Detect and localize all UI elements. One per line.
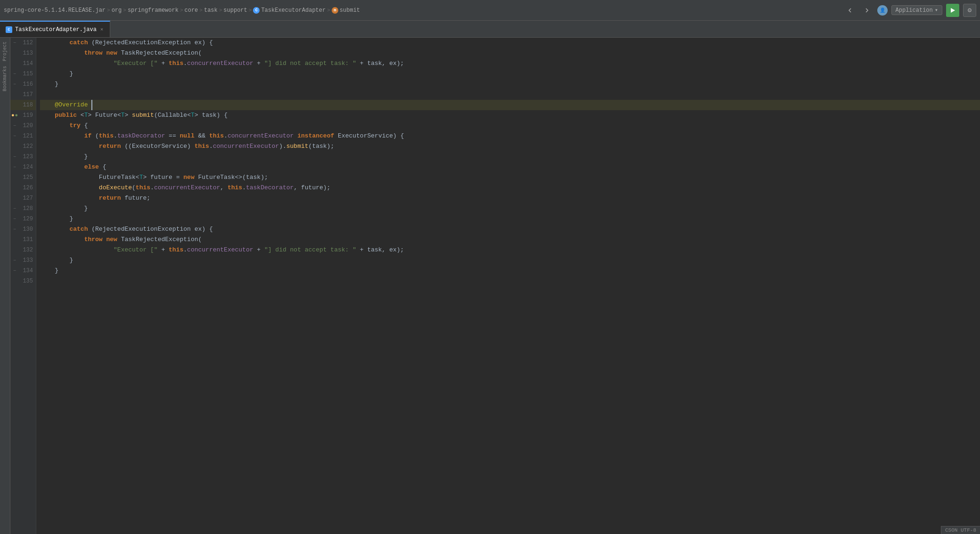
- fold-icon-129: −: [11, 216, 18, 222]
- line-numbers: − 112 113 114 − 115 − 116 117: [10, 38, 36, 534]
- breadcrumb-sep3: >: [180, 8, 183, 13]
- line-num-127: 127: [10, 193, 36, 203]
- line-num-124: − 124: [10, 162, 36, 172]
- breadcrumb-sep2: >: [123, 8, 126, 13]
- line-num-132: 132: [10, 245, 36, 255]
- forward-button[interactable]: [860, 4, 874, 17]
- settings-button[interactable]: ⚙: [963, 4, 976, 17]
- main-area: Project Bookmarks − 112 113 114 − 115: [0, 38, 980, 534]
- fold-icon-120: −: [11, 122, 18, 129]
- breadcrumb-jar[interactable]: spring-core-5.1.14.RELEASE.jar: [4, 7, 106, 14]
- bookmark-icon-119: ● ●: [11, 112, 18, 119]
- code-line-115: }: [40, 69, 980, 79]
- code-line-132: "Executor [" + this.concurrentExecutor +…: [40, 245, 980, 255]
- code-line-125: FutureTask<T> future = new FutureTask<>(…: [40, 172, 980, 183]
- code-line-120: try {: [40, 121, 980, 131]
- line-num-117: 117: [10, 89, 36, 100]
- code-line-122: return ((ExecutorService) this.concurren…: [40, 141, 980, 152]
- code-line-121: if (this.taskDecorator == null && this.c…: [40, 131, 980, 141]
- tab-file-icon: C: [6, 26, 12, 33]
- breadcrumb-pkg6[interactable]: support: [223, 7, 247, 14]
- left-sidebar: Project Bookmarks: [0, 38, 10, 534]
- fold-icon-116: −: [11, 81, 18, 88]
- code-line-112: catch (RejectedExecutionException ex) {: [40, 38, 980, 48]
- breadcrumb-classname: TaskExecutorAdapter: [261, 7, 326, 14]
- code-line-129: }: [40, 214, 980, 224]
- settings-icon: ⚙: [968, 6, 972, 14]
- tab-taskexecutoradapter[interactable]: C TaskExecutorAdapter.java ×: [0, 21, 110, 37]
- breadcrumb: spring-core-5.1.14.RELEASE.jar > org > s…: [4, 7, 841, 14]
- line-num-114: 114: [10, 58, 36, 69]
- application-label: Application: [896, 7, 933, 14]
- code-line-130: catch (RejectedExecutionException ex) {: [40, 224, 980, 235]
- breadcrumb-pkg1[interactable]: org: [112, 7, 122, 14]
- fold-icon-121: −: [11, 133, 18, 139]
- line-num-125: 125: [10, 172, 36, 183]
- line-num-129: − 129: [10, 214, 36, 224]
- fold-icon-115: −: [11, 71, 18, 77]
- fold-icon-130: −: [11, 226, 18, 233]
- fold-icon-128: −: [11, 205, 18, 212]
- line-num-133: − 133: [10, 255, 36, 266]
- breadcrumb-sep4: >: [199, 8, 203, 13]
- method-icon: m: [332, 7, 338, 14]
- fold-icon-112: −: [11, 40, 18, 46]
- code-line-134: }: [40, 266, 980, 276]
- sidebar-label-project[interactable]: Project: [2, 41, 8, 61]
- code-line-119: public <T> Future<T> submit(Callable<T> …: [40, 110, 980, 121]
- code-line-117: [40, 89, 980, 100]
- line-num-121: − 121: [10, 131, 36, 141]
- breadcrumb-pkg5[interactable]: task: [204, 7, 218, 14]
- fold-icon-124: −: [11, 164, 18, 170]
- breadcrumb-pkg4[interactable]: core: [185, 7, 198, 14]
- line-num-116: − 116: [10, 79, 36, 89]
- code-content[interactable]: catch (RejectedExecutionException ex) { …: [36, 38, 980, 534]
- top-bar: spring-core-5.1.14.RELEASE.jar > org > s…: [0, 0, 980, 21]
- breadcrumb-class[interactable]: C TaskExecutorAdapter: [253, 7, 326, 14]
- line-num-135: 135: [10, 276, 36, 286]
- code-area: − 112 113 114 − 115 − 116 117: [10, 38, 980, 534]
- code-line-126: doExecute(this.concurrentExecutor, this.…: [40, 183, 980, 193]
- code-line-118: @Override: [40, 100, 980, 110]
- line-num-123: − 123: [10, 152, 36, 162]
- breadcrumb-method[interactable]: m submit: [332, 7, 360, 14]
- code-line-116: }: [40, 79, 980, 89]
- fold-icon-123: −: [11, 154, 18, 160]
- fold-icon-133: −: [11, 257, 18, 264]
- line-num-120: − 120: [10, 121, 36, 131]
- line-num-128: − 128: [10, 203, 36, 214]
- tab-filename: TaskExecutorAdapter.java: [15, 26, 97, 33]
- status-text: CSON UTF-8: [945, 527, 976, 533]
- code-line-135: [40, 276, 980, 286]
- top-right-controls: 👤 Application ▾ ⚙: [843, 4, 976, 17]
- run-button[interactable]: [946, 4, 959, 17]
- line-num-113: 113: [10, 48, 36, 58]
- sidebar-label-bookmarks[interactable]: Bookmarks: [2, 66, 8, 91]
- line-num-134: − 134: [10, 266, 36, 276]
- code-line-123: }: [40, 152, 980, 162]
- breadcrumb-pkg2[interactable]: springframework: [128, 7, 179, 14]
- user-avatar[interactable]: 👤: [877, 5, 888, 16]
- line-num-115: − 115: [10, 69, 36, 79]
- breadcrumb-sep7: >: [327, 8, 330, 13]
- class-icon: C: [253, 7, 260, 14]
- code-line-113: throw new TaskRejectedException(: [40, 48, 980, 58]
- status-bar: CSON UTF-8: [941, 526, 980, 534]
- line-num-131: 131: [10, 235, 36, 245]
- code-line-133: }: [40, 255, 980, 266]
- code-line-114: "Executor [" + this.concurrentExecutor +…: [40, 58, 980, 69]
- line-num-126: 126: [10, 183, 36, 193]
- code-line-131: throw new TaskRejectedException(: [40, 235, 980, 245]
- code-line-127: return future;: [40, 193, 980, 203]
- line-num-119: ● ● 119: [10, 110, 36, 121]
- line-num-130: − 130: [10, 224, 36, 235]
- fold-icon-134: −: [11, 267, 18, 274]
- svg-marker-0: [951, 8, 955, 13]
- breadcrumb-sep5: >: [219, 8, 222, 13]
- code-line-128: }: [40, 203, 980, 214]
- tab-close-button[interactable]: ×: [99, 27, 105, 32]
- application-button[interactable]: Application ▾: [891, 5, 942, 15]
- back-button[interactable]: [843, 4, 857, 17]
- tab-bar: C TaskExecutorAdapter.java ×: [0, 21, 980, 38]
- breadcrumb-methodname: submit: [340, 7, 360, 14]
